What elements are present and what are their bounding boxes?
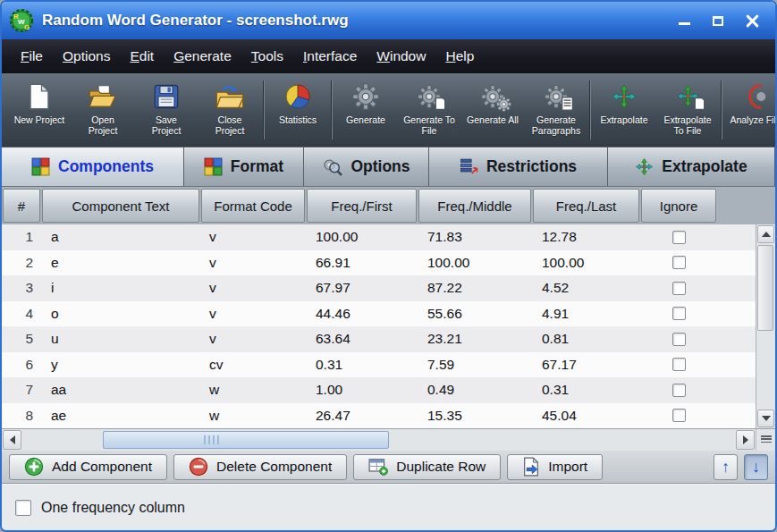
freq-middle-cell[interactable]: 7.59 — [418, 352, 532, 378]
table-row[interactable]: 3 i v 67.97 87.22 4.52 — [2, 275, 756, 301]
menu-item-interface[interactable]: Interface — [293, 41, 367, 72]
maximize-button[interactable] — [709, 11, 727, 30]
move-row-up-button[interactable]: ↑ — [714, 454, 738, 480]
table-row[interactable]: 1 a v 100.00 71.83 12.78 — [2, 224, 756, 250]
titlebar[interactable]: R W G Random Word Generator - screenshot… — [2, 2, 775, 39]
menu-item-window[interactable]: Window — [367, 41, 435, 72]
freq-middle-cell[interactable]: 0.49 — [418, 377, 532, 403]
ignore-checkbox[interactable] — [672, 231, 686, 244]
freq-first-cell[interactable]: 66.91 — [306, 250, 418, 276]
toolbar-generate-paragraphs-button[interactable]: Generate Paragraphs — [526, 78, 587, 137]
format-code-cell[interactable]: cv — [200, 352, 306, 378]
delete-component-button[interactable]: Delete Component — [173, 454, 347, 480]
toolbar-analyze-file-button[interactable]: Analyze File — [725, 78, 775, 125]
toolbar-generate-button[interactable]: Generate — [335, 78, 396, 125]
scroll-left-button[interactable] — [3, 430, 21, 450]
toolbar-close-project-button[interactable]: Close Project — [199, 78, 260, 137]
table-row[interactable]: 2 e v 66.91 100.00 100.00 — [2, 250, 756, 276]
component-text-cell[interactable]: y — [41, 352, 200, 378]
freq-middle-cell[interactable]: 55.66 — [418, 301, 532, 327]
tab-format[interactable]: Format — [184, 148, 304, 186]
freq-last-cell[interactable]: 4.91 — [532, 301, 640, 327]
component-text-cell[interactable]: u — [41, 326, 200, 352]
ignore-checkbox[interactable] — [672, 282, 686, 295]
freq-last-cell[interactable]: 100.00 — [532, 250, 640, 276]
menu-item-help[interactable]: Help — [435, 41, 484, 72]
ignore-checkbox[interactable] — [672, 333, 686, 346]
tab-extrapolate[interactable]: Extrapolate — [608, 148, 775, 186]
format-code-cell[interactable]: v — [200, 301, 306, 327]
import-button[interactable]: Import — [507, 454, 603, 480]
ignore-checkbox[interactable] — [672, 409, 686, 422]
table-row[interactable]: 6 y cv 0.31 7.59 67.17 — [2, 352, 756, 378]
freq-middle-cell[interactable]: 71.83 — [418, 224, 532, 250]
format-code-cell[interactable]: v — [200, 224, 306, 250]
horizontal-scroll-thumb[interactable] — [103, 431, 389, 449]
toolbar-new-project-button[interactable]: New Project — [9, 78, 70, 125]
format-code-cell[interactable]: v — [200, 275, 306, 301]
toolbar-extrapolate-to-file-button[interactable]: Extrapolate To File — [657, 78, 718, 137]
toolbar-open-project-button[interactable]: Open Project — [72, 78, 133, 137]
duplicate-row-button[interactable]: Duplicate Row — [353, 454, 501, 480]
format-code-cell[interactable]: w — [200, 403, 306, 429]
freq-middle-cell[interactable]: 100.00 — [418, 250, 532, 276]
ignore-checkbox[interactable] — [672, 358, 686, 371]
freq-last-cell[interactable]: 0.81 — [532, 326, 640, 352]
ignore-checkbox[interactable] — [672, 307, 686, 320]
freq-first-cell[interactable]: 0.31 — [306, 352, 418, 378]
freq-last-cell[interactable]: 4.52 — [532, 275, 640, 301]
menu-item-tools[interactable]: Tools — [241, 41, 293, 72]
header-ignore[interactable]: Ignore — [641, 189, 716, 223]
table-row[interactable]: 4 o v 44.46 55.66 4.91 — [2, 301, 756, 327]
format-code-cell[interactable]: v — [200, 250, 306, 276]
one-frequency-checkbox[interactable] — [15, 500, 31, 516]
freq-last-cell[interactable]: 45.04 — [532, 403, 640, 429]
freq-middle-cell[interactable]: 23.21 — [418, 326, 532, 352]
toolbar-extrapolate-button[interactable]: Extrapolate — [594, 78, 655, 125]
toolbar-generate-to-file-button[interactable]: Generate To File — [399, 78, 460, 137]
scroll-up-button[interactable] — [757, 225, 774, 243]
vertical-scroll-thumb[interactable] — [757, 245, 773, 331]
component-text-cell[interactable]: e — [41, 250, 200, 276]
component-text-cell[interactable]: ae — [41, 403, 200, 429]
header-freq-middle[interactable]: Freq./Middle — [418, 189, 531, 223]
table-row[interactable]: 5 u v 63.64 23.21 0.81 — [2, 326, 756, 352]
ignore-checkbox[interactable] — [672, 384, 686, 397]
tab-options[interactable]: Options — [304, 148, 429, 186]
component-text-cell[interactable]: o — [41, 301, 200, 327]
move-row-down-button[interactable]: ↓ — [744, 454, 768, 480]
scroll-down-button[interactable] — [757, 410, 774, 427]
freq-first-cell[interactable]: 44.46 — [306, 301, 418, 327]
menu-item-options[interactable]: Options — [53, 41, 120, 72]
menu-item-generate[interactable]: Generate — [164, 41, 241, 72]
ignore-checkbox[interactable] — [672, 256, 686, 269]
tab-restrictions[interactable]: Restrictions — [429, 148, 608, 186]
freq-first-cell[interactable]: 1.00 — [306, 377, 418, 403]
freq-first-cell[interactable]: 63.64 — [306, 326, 418, 352]
grid-options-button[interactable] — [756, 429, 775, 451]
menu-item-file[interactable]: File — [11, 41, 53, 72]
freq-middle-cell[interactable]: 87.22 — [418, 275, 532, 301]
horizontal-scroll-track[interactable] — [22, 429, 735, 451]
format-code-cell[interactable]: w — [200, 377, 306, 403]
freq-first-cell[interactable]: 26.47 — [306, 403, 418, 429]
freq-first-cell[interactable]: 67.97 — [306, 275, 418, 301]
header-format-code[interactable]: Format Code — [201, 189, 305, 223]
table-row[interactable]: 7 aa w 1.00 0.49 0.31 — [2, 377, 756, 403]
freq-last-cell[interactable]: 67.17 — [532, 352, 640, 378]
format-code-cell[interactable]: v — [200, 326, 306, 352]
component-text-cell[interactable]: a — [41, 224, 200, 250]
tab-components[interactable]: Components — [2, 148, 184, 186]
toolbar-generate-all-button[interactable]: Generate All — [462, 78, 523, 125]
header-freq-first[interactable]: Freq./First — [307, 189, 417, 223]
component-text-cell[interactable]: i — [41, 275, 200, 301]
header-freq-last[interactable]: Freq./Last — [533, 189, 639, 223]
menu-item-edit[interactable]: Edit — [120, 41, 164, 72]
toolbar-statistics-button[interactable]: Statistics — [267, 78, 328, 125]
freq-last-cell[interactable]: 0.31 — [532, 377, 640, 403]
add-component-button[interactable]: Add Component — [9, 454, 167, 480]
vertical-scroll-track[interactable] — [756, 244, 775, 409]
component-text-cell[interactable]: aa — [41, 377, 200, 403]
header-component-text[interactable]: Component Text — [42, 189, 199, 223]
horizontal-scrollbar[interactable] — [2, 428, 775, 451]
